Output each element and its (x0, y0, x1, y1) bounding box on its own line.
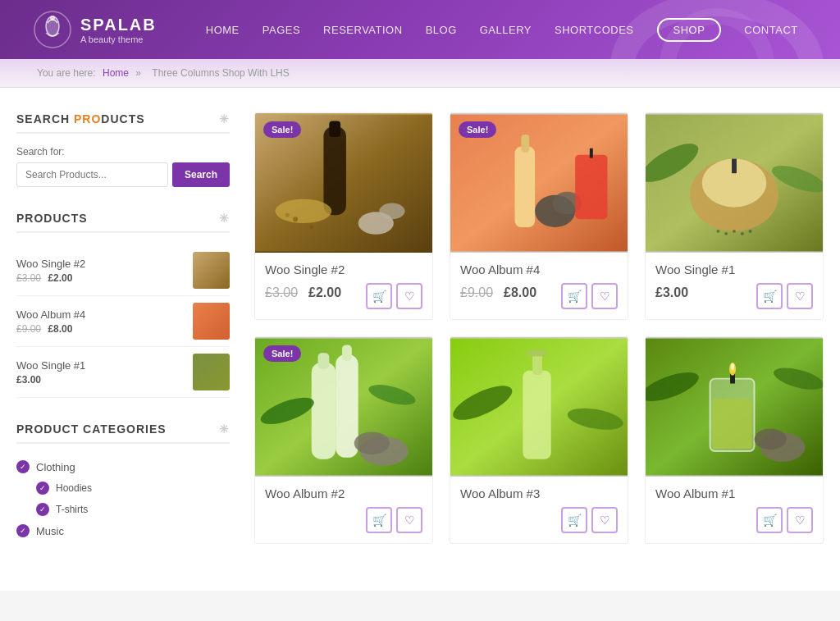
product-grid: Sale! Woo Single #2 £3.00 £2.00 🛒 ♡ (254, 112, 824, 566)
category-check-tshirts (36, 503, 49, 516)
product-image: Sale! (450, 113, 628, 253)
sidebar-product-item: Woo Album #4 £9.00 £8.00 (16, 296, 230, 347)
svg-rect-31 (312, 363, 336, 459)
products-section-icon: ✳ (219, 212, 230, 225)
product-name-4: Woo Album #2 (265, 486, 422, 500)
product-price-new-3: £3.00 (655, 285, 688, 300)
svg-point-29 (749, 230, 752, 233)
wishlist-btn-4[interactable]: ♡ (396, 507, 422, 533)
category-check-hoodies (36, 482, 49, 495)
product-name-2: Woo Album #4 (460, 263, 618, 276)
product-price-old-2: £9.00 (460, 285, 493, 300)
breadcrumb-prefix: You are here: (37, 67, 96, 79)
sale-badge-1: Sale! (263, 121, 301, 138)
svg-point-8 (310, 226, 313, 229)
product-info-3: Woo Single #1 £3.00 🛒 ♡ (646, 253, 823, 319)
sidebar-product-info: Woo Single #1 £3.00 (16, 359, 85, 386)
nav-shortcodes[interactable]: SHORTCODES (555, 24, 634, 36)
category-item-tshirts[interactable]: T-shirts (36, 499, 230, 520)
product-actions-3: £3.00 🛒 ♡ (655, 283, 813, 309)
add-to-cart-btn-3[interactable]: 🛒 (756, 283, 783, 309)
add-to-cart-btn-2[interactable]: 🛒 (561, 283, 587, 309)
svg-rect-42 (527, 349, 546, 356)
search-title-text: SEARCH PRODUCTS (16, 112, 145, 126)
svg-point-28 (741, 232, 744, 235)
search-section-icon: ✳ (219, 112, 230, 126)
search-button[interactable]: Search (172, 162, 230, 187)
nav-contact[interactable]: CONTACT (744, 24, 797, 36)
category-sub-clothing: Hoodies T-shirts (16, 477, 230, 520)
product-info-2: Woo Album #4 £9.00 £8.00 🛒 ♡ (450, 253, 628, 319)
svg-point-27 (733, 230, 736, 233)
sidebar-products-title: PRODUCTS ✳ (16, 212, 230, 233)
product-card: Woo Single #1 £3.00 🛒 ♡ (645, 112, 824, 320)
logo-icon (33, 10, 72, 49)
add-to-cart-btn-1[interactable]: 🛒 (366, 283, 392, 309)
product-img-6 (646, 337, 823, 477)
product-pricing-2: £9.00 £8.00 (460, 285, 536, 300)
sale-badge-2: Sale! (459, 121, 496, 138)
product-card: Sale! Woo Album #4 £9.00 £8.00 🛒 ♡ (450, 112, 628, 320)
category-item-clothing[interactable]: Clothing (16, 456, 230, 477)
search-row: Search (16, 162, 230, 187)
categories-section-icon: ✳ (219, 422, 230, 436)
wishlist-btn-2[interactable]: ♡ (591, 283, 618, 309)
nav-reservation[interactable]: RESERVATION (323, 24, 403, 36)
nav-gallery[interactable]: GALLERY (480, 24, 532, 36)
search-for-label: Search for: (16, 146, 230, 158)
product-info-6: Woo Album #1 🛒 ♡ (646, 477, 823, 543)
logo-name: SPALAB (80, 16, 157, 34)
wishlist-btn-3[interactable]: ♡ (787, 283, 813, 309)
wishlist-btn-6[interactable]: ♡ (787, 507, 813, 533)
add-to-cart-btn-4[interactable]: 🛒 (366, 507, 392, 533)
product-card: Sale! Woo Album #2 🛒 ♡ (254, 336, 433, 544)
sidebar-product-thumb (193, 303, 230, 340)
logo[interactable]: SPALAB A beauty theme (33, 10, 157, 49)
product-info-5: Woo Album #3 🛒 ♡ (450, 477, 628, 543)
sidebar-product-price: £3.00 £2.00 (16, 272, 85, 284)
nav-pages[interactable]: PAGES (262, 24, 300, 36)
svg-point-38 (354, 432, 390, 454)
svg-point-2 (50, 16, 55, 21)
product-img-svg-3 (646, 113, 823, 253)
product-name-3: Woo Single #1 (655, 263, 813, 276)
logo-text: SPALAB A beauty theme (80, 16, 157, 44)
nav-blog[interactable]: BLOG (426, 24, 457, 36)
product-price-old-1: £3.00 (265, 285, 298, 300)
breadcrumb: You are here: Home » Three Columns Shop … (0, 59, 840, 88)
nav-shop[interactable]: SHOP (657, 18, 722, 42)
svg-point-7 (293, 217, 298, 221)
svg-rect-17 (575, 155, 607, 220)
product-action-btns-2: 🛒 ♡ (561, 283, 618, 309)
sidebar-product-price: £9.00 £8.00 (16, 323, 85, 335)
nav-home[interactable]: HOME (206, 24, 240, 36)
svg-rect-47 (712, 399, 751, 449)
sidebar-product-thumb (193, 252, 230, 289)
add-to-cart-btn-5[interactable]: 🛒 (561, 507, 587, 533)
product-actions-4: 🛒 ♡ (265, 507, 422, 533)
breadcrumb-home[interactable]: Home (103, 67, 129, 79)
search-input[interactable] (16, 162, 168, 187)
wishlist-btn-5[interactable]: ♡ (591, 507, 618, 533)
sidebar-product-price: £3.00 (16, 374, 85, 386)
product-image (646, 337, 823, 477)
sidebar: SEARCH PRODUCTS ✳ Search for: Search PRO… (16, 112, 230, 566)
product-img-5 (450, 337, 628, 477)
wishlist-btn-1[interactable]: ♡ (396, 283, 422, 309)
product-info-1: Woo Single #2 £3.00 £2.00 🛒 ♡ (255, 253, 432, 319)
svg-point-25 (716, 230, 719, 233)
product-info-4: Woo Album #2 🛒 ♡ (255, 477, 432, 543)
svg-point-50 (731, 363, 734, 370)
product-pricing-1: £3.00 £2.00 (265, 285, 341, 300)
add-to-cart-btn-6[interactable]: 🛒 (756, 507, 783, 533)
category-item-hoodies[interactable]: Hoodies (36, 477, 230, 499)
product-card: Sale! Woo Single #2 £3.00 £2.00 🛒 ♡ (254, 112, 433, 320)
logo-tagline: A beauty theme (80, 34, 157, 44)
product-image: Sale! (255, 113, 432, 253)
sale-badge-4: Sale! (263, 345, 301, 362)
category-item-music[interactable]: Music (16, 520, 230, 541)
categories-title: PRODUCT CATEGORIES ✳ (16, 422, 230, 444)
product-img-svg-5 (450, 337, 628, 477)
product-actions-5: 🛒 ♡ (460, 507, 618, 533)
svg-rect-32 (318, 353, 330, 369)
